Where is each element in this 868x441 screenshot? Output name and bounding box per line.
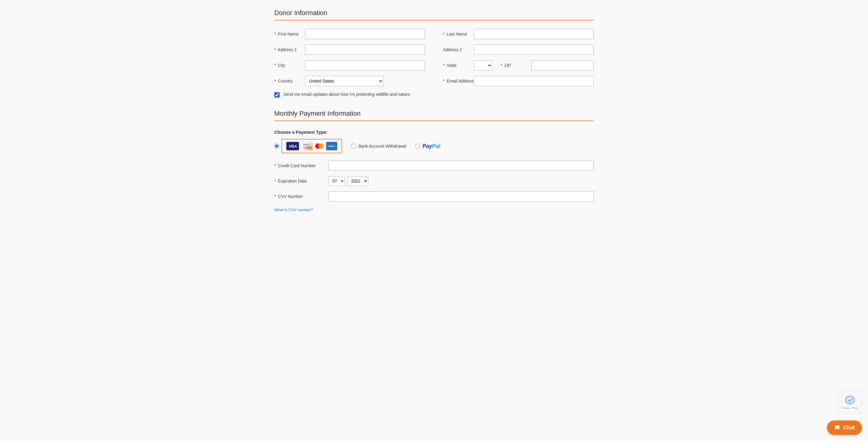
paypal-option[interactable]: PayPal [415,143,440,149]
cvv-row: * CVV Number [274,191,594,201]
cc-number-label: * Credit Card Number [274,163,322,168]
choose-payment-label: Choose a Payment Type: [274,129,594,135]
city-label: * City [274,63,301,68]
bank-radio[interactable] [351,144,356,149]
cvv-link[interactable]: What is CVV number? [274,208,313,212]
expiry-selects: 01020304 05060708 09101112 202220232024 … [329,176,368,186]
amex-icon: AMEX [326,142,337,150]
credit-card-option[interactable]: VISA DISCOVER AMEX [274,139,342,153]
cvv-link-row: What is CVV number? [274,207,594,212]
payment-section: Monthly Payment Information Choose a Pay… [274,109,594,212]
country-select[interactable]: United States Canada United Kingdom Aust… [305,76,383,86]
city-input[interactable] [305,60,425,70]
state-zip-group: * State ALAKAZAR CACOCTDE FLGAHIID ILINI… [443,60,594,70]
cvv-label: * CVV Number [274,194,322,199]
state-label: * State [443,63,470,68]
email-field: * Email Address [443,76,594,86]
email-input[interactable] [474,76,594,86]
address2-label: Address 2 [443,47,470,52]
paypal-logo: PayPal [423,143,440,149]
email-updates-row: Send me email updates about how I'm prot… [274,92,594,98]
zip-input[interactable] [531,60,594,70]
email-label: * Email Address [443,78,470,84]
required-star: * [443,32,444,36]
cc-number-row: * Credit Card Number [274,161,594,171]
first-name-label: * First Name [274,32,301,36]
credit-card-radio[interactable] [274,144,279,149]
expiry-month-select[interactable]: 01020304 05060708 09101112 [329,176,345,186]
name-row: * First Name * Last Name [274,29,594,39]
first-name-field: * First Name [274,29,425,39]
required-star: * [274,32,276,36]
last-name-label: * Last Name [443,32,470,36]
city-state-zip-row: * City * State ALAKAZAR CACOCTDE FLGAHII… [274,60,594,70]
bank-label: Bank Account Withdrawal [358,144,406,149]
zip-label: * ZIP [501,63,528,68]
address-row: * Address 1 Address 2 [274,44,594,55]
expiry-row: * Expiration Date 01020304 05060708 0910… [274,176,594,186]
address2-field: Address 2 [443,44,594,55]
last-name-input[interactable] [474,29,594,39]
paypal-radio[interactable] [415,144,420,149]
address1-field: * Address 1 [274,44,425,55]
donor-section-title: Donor Information [274,9,594,21]
cc-number-input[interactable] [329,161,594,171]
cvv-input[interactable] [329,191,594,201]
visa-icon: VISA [286,142,299,150]
address1-input[interactable] [305,44,425,55]
card-icons-box: VISA DISCOVER AMEX [281,139,342,153]
expiry-year-select[interactable]: 202220232024 2025202620272028 20292030 [347,176,368,186]
bank-option[interactable]: Bank Account Withdrawal [351,144,406,149]
email-updates-label: Send me email updates about how I'm prot… [283,92,411,98]
payment-options-group: VISA DISCOVER AMEX Bank Account Withdraw… [274,139,594,153]
address1-label: * Address 1 [274,47,301,52]
address2-input[interactable] [474,44,594,55]
country-email-row: * Country United States Canada United Ki… [274,76,594,86]
city-field: * City [274,60,425,70]
country-field: * Country United States Canada United Ki… [274,76,425,86]
last-name-field: * Last Name [443,29,594,39]
mc-circle-orange [318,144,324,149]
donor-information-section: Donor Information * First Name * Last Na… [274,9,594,98]
payment-section-title: Monthly Payment Information [274,109,594,121]
country-label: * Country [274,78,301,84]
first-name-input[interactable] [305,29,425,39]
mastercard-icon [315,144,324,149]
expiry-label: * Expiration Date [274,179,322,184]
discover-icon: DISCOVER [301,142,313,150]
email-updates-checkbox[interactable] [274,92,280,98]
state-select[interactable]: ALAKAZAR CACOCTDE FLGAHIID ILINIAKS KYLA… [474,60,492,70]
